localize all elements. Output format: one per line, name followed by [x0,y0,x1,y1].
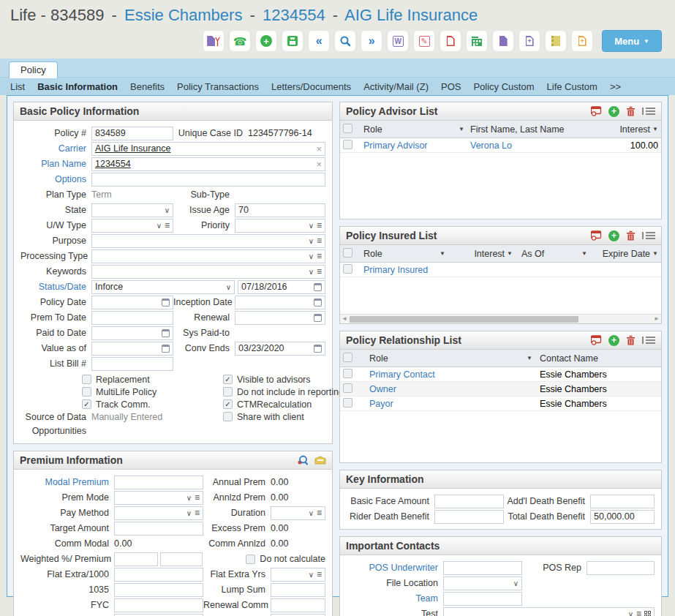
keywords-select[interactable]: ∨≡ [91,265,325,279]
pay-method-select[interactable]: ∨≡ [114,506,203,520]
visible-to-advisors-checkbox[interactable]: ✓ [223,375,233,384]
insured-role-link[interactable]: Primary Insured [363,265,428,275]
subtab-overflow[interactable]: >> [610,81,621,92]
lump-sum-input[interactable] [271,583,325,597]
insured-as-of-column[interactable]: As Of▼ [513,249,587,259]
premium-list-bill-input[interactable] [114,614,203,616]
notebook-button[interactable] [545,30,567,52]
relationship-role-link[interactable]: Owner [369,384,540,394]
organization-button[interactable] [466,30,488,52]
filter-icon[interactable]: ▼ [527,355,532,361]
scrollbar-thumb[interactable] [350,316,578,323]
list-lookup-icon[interactable]: ≡ [317,569,322,579]
relationship-row[interactable]: Primary Contact Essie Chambers [340,367,661,382]
weighted-premium-input[interactable] [160,552,203,566]
filter-icon[interactable]: ▼ [440,250,445,257]
status-date-label[interactable]: Status/Date [20,282,91,292]
inception-date-input[interactable] [235,296,325,309]
subtab-letters-documents[interactable]: Letters/Documents [271,81,351,92]
relationship-role-column[interactable]: Role▼ [369,353,540,364]
calendar-icon[interactable] [314,298,322,307]
calendar-icon[interactable] [314,314,322,322]
renewal-input[interactable] [235,311,325,325]
pos-rep-input[interactable] [587,561,655,575]
subtab-policy-transactions[interactable]: Policy Transactions [177,81,259,92]
horizontal-scrollbar[interactable]: ◄ ► [340,314,661,323]
row-checkbox[interactable] [343,369,352,378]
row-checkbox[interactable] [343,264,352,274]
add-button[interactable]: + [255,30,277,52]
delete-icon[interactable] [626,106,636,116]
relationship-contact-column[interactable]: Contact Name [540,353,658,364]
add-row-icon[interactable]: + [608,230,619,241]
modal-premium-label[interactable]: Modal Premium [20,477,114,487]
calendar-icon[interactable] [314,283,322,291]
plan-name-label[interactable]: Plan Name [20,159,91,169]
row-checkbox[interactable] [343,398,352,407]
edit-letter-button[interactable]: ✎ [413,30,435,52]
menu-button[interactable]: Menu ▼ [602,30,662,52]
purpose-select[interactable]: ∨≡ [91,234,325,248]
conv-ends-input[interactable]: 03/23/2020 [235,342,325,356]
rider-death-benefit-input[interactable] [434,510,504,524]
grid-view-icon[interactable] [644,611,651,616]
contact-link[interactable]: Essie Chambers [124,6,242,24]
relationship-role-link[interactable]: Payor [369,399,540,409]
list-menu-icon[interactable] [642,232,655,239]
save-button[interactable] [282,30,303,52]
flat-extra-input[interactable] [114,568,203,582]
subtab-list[interactable]: List [10,81,25,92]
policy-notes-button[interactable] [203,30,225,52]
status-date-input[interactable]: 07/18/2016 [238,280,325,294]
carrier-link[interactable]: AIG Life Insurance [344,6,478,24]
relationship-row[interactable]: Owner Essie Chambers [340,382,661,397]
advisor-name-link[interactable]: Verona Lo [464,140,590,151]
filter-icon[interactable]: ▼ [652,250,658,257]
status-select[interactable]: Inforce∨ [91,280,235,294]
carrier-input[interactable]: AIG Life Insurance × [91,142,325,156]
list-bill-input[interactable] [91,357,173,371]
call-button[interactable]: ☎ [229,30,251,52]
do-not-calculate-checkbox[interactable] [246,555,255,564]
grid-settings-icon[interactable] [591,230,602,241]
processing-type-select[interactable]: ∨≡ [91,249,325,263]
subtab-basic-information[interactable]: Basic Information [37,81,118,92]
select-all-checkbox[interactable] [343,124,352,133]
list-lookup-icon[interactable]: ≡ [317,266,322,277]
prem-stop-date-input[interactable] [271,614,325,616]
insured-row[interactable]: Primary Insured [340,263,661,277]
filter-icon[interactable]: ▼ [581,250,587,257]
target-amount-input[interactable] [114,522,203,536]
total-death-benefit-input[interactable]: 50,000.00 [590,510,655,524]
advisor-role-link[interactable]: Primary Advisor [363,140,464,151]
add-document-button[interactable]: + [518,30,540,52]
grid-settings-icon[interactable] [591,335,602,345]
share-with-client-checkbox[interactable] [223,412,233,421]
next-record-button[interactable]: » [361,30,382,52]
select-all-checkbox[interactable] [343,353,352,362]
file-location-select[interactable]: ∨ [443,576,522,590]
calendar-icon[interactable] [162,329,170,337]
insured-expire-column[interactable]: Expire Date▼ [587,249,658,259]
list-lookup-icon[interactable]: ≡ [317,251,322,261]
delete-icon[interactable] [626,335,636,345]
modal-premium-input[interactable] [114,476,203,489]
renewal-comm-input[interactable] [271,598,325,612]
policy-date-input[interactable] [91,296,173,309]
replacement-checkbox[interactable] [82,375,91,384]
list-lookup-icon[interactable]: ≡ [317,236,322,246]
list-lookup-icon[interactable]: ≡ [636,609,641,616]
subtab-activity-mail[interactable]: Activity/Mail (Z) [363,81,429,92]
select-all-checkbox[interactable] [343,248,352,258]
ctm-recalculation-checkbox[interactable]: ✓ [223,399,233,409]
priority-select[interactable]: ∨≡ [235,219,325,233]
list-lookup-icon[interactable]: ≡ [195,492,200,503]
options-label[interactable]: Options [20,174,91,184]
pdf-export-button[interactable] [440,30,461,52]
list-lookup-icon[interactable]: ≡ [317,508,322,518]
options-input[interactable] [91,173,325,187]
add-row-icon[interactable]: + [608,335,619,346]
search-button[interactable] [334,30,356,52]
policy-number-link[interactable]: 1234554 [263,6,325,24]
insured-role-column[interactable]: Role▼ [363,249,445,259]
